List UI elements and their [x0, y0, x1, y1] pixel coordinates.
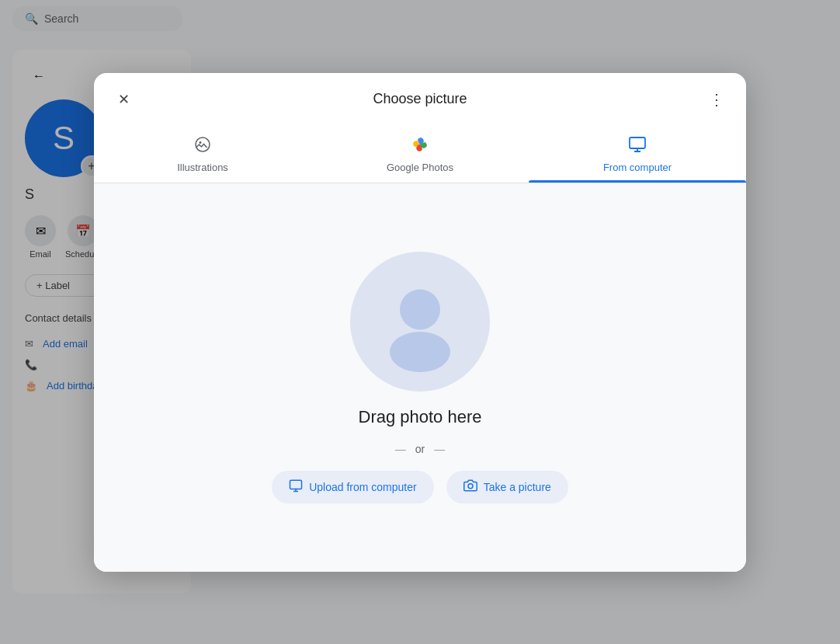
avatar-placeholder: [350, 252, 490, 392]
or-label: or: [415, 443, 425, 455]
illustrations-tab-label: Illustrations: [177, 162, 228, 173]
modal-overlay: ✕ Choose picture ⋮ Illustrations: [0, 0, 840, 644]
action-buttons: Upload from computer Take a picture: [272, 471, 568, 503]
modal-header: ✕ Choose picture ⋮: [94, 73, 746, 126]
upload-icon: [289, 479, 303, 496]
modal-title: Choose picture: [137, 91, 703, 107]
svg-point-0: [196, 138, 210, 151]
modal-body: Drag photo here or Upload from computer: [94, 183, 746, 572]
tab-illustrations[interactable]: Illustrations: [94, 126, 311, 183]
more-options-button[interactable]: ⋮: [703, 85, 731, 113]
tab-google-photos[interactable]: Google Photos: [311, 126, 529, 183]
google-photos-tab-label: Google Photos: [387, 162, 453, 173]
google-photos-tab-icon: [411, 135, 429, 158]
svg-point-1: [200, 141, 202, 144]
modal-tabs: Illustrations Google Photos: [94, 126, 746, 183]
svg-point-6: [390, 332, 450, 372]
from-computer-tab-icon: [628, 135, 647, 158]
svg-point-10: [468, 483, 473, 488]
svg-rect-7: [290, 480, 302, 489]
close-button[interactable]: ✕: [109, 85, 137, 113]
drag-photo-text: Drag photo here: [359, 407, 482, 427]
svg-point-5: [400, 289, 440, 329]
more-icon: ⋮: [709, 90, 724, 109]
camera-icon: [463, 479, 477, 496]
svg-rect-2: [630, 138, 645, 148]
from-computer-tab-label: From computer: [603, 162, 672, 173]
camera-button-label: Take a picture: [484, 481, 551, 493]
tab-from-computer[interactable]: From computer: [529, 126, 746, 183]
upload-button-label: Upload from computer: [309, 481, 417, 493]
or-divider: or: [395, 443, 445, 455]
illustrations-tab-icon: [193, 135, 212, 158]
close-icon: ✕: [118, 91, 130, 108]
choose-picture-modal: ✕ Choose picture ⋮ Illustrations: [94, 73, 746, 572]
take-picture-button[interactable]: Take a picture: [446, 471, 568, 503]
upload-from-computer-button[interactable]: Upload from computer: [272, 471, 434, 503]
